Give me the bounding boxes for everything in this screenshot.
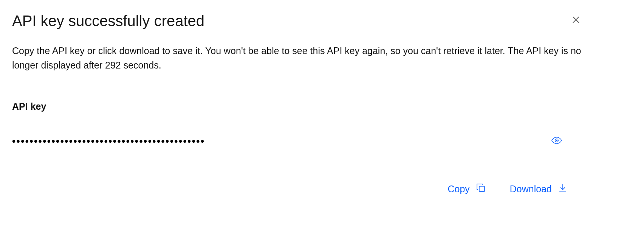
modal-description: Copy the API key or click download to sa… (12, 44, 587, 72)
copy-button[interactable]: Copy (447, 183, 485, 195)
eye-icon (551, 135, 562, 147)
download-button-label: Download (510, 184, 552, 195)
api-key-row: ••••••••••••••••••••••••••••••••••••••••… (12, 133, 632, 149)
svg-rect-2 (479, 186, 485, 192)
toggle-visibility-button[interactable] (550, 133, 564, 149)
svg-point-1 (556, 140, 557, 141)
modal-title: API key successfully created (12, 11, 204, 30)
copy-icon (476, 183, 486, 195)
modal-actions: Copy Download (12, 183, 632, 195)
close-button[interactable] (569, 13, 583, 28)
copy-button-label: Copy (447, 184, 469, 195)
modal-header: API key successfully created (12, 11, 632, 30)
download-icon (558, 183, 568, 195)
close-icon (571, 15, 581, 25)
api-key-label: API key (12, 101, 632, 112)
api-key-masked-value: ••••••••••••••••••••••••••••••••••••••••… (12, 136, 205, 146)
download-button[interactable]: Download (510, 183, 568, 195)
